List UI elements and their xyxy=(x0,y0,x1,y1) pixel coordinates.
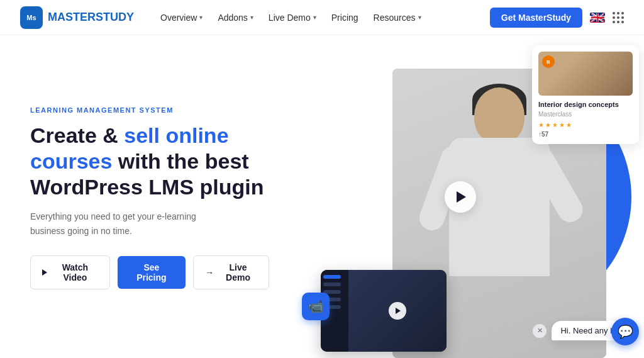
course-card: B Interior design concepts Masterclass ★… xyxy=(532,45,639,144)
logo-text: MASTERSTUDY xyxy=(48,11,134,24)
nav-item-overview[interactable]: Overview ▾ xyxy=(154,9,209,26)
nav-item-addons[interactable]: Addons ▾ xyxy=(211,9,259,26)
chat-close-button[interactable]: ✕ xyxy=(533,324,547,338)
video-camera-icon: 📹 xyxy=(308,299,324,314)
nav-links: Overview ▾ Addons ▾ Live Demo ▾ Pricing … xyxy=(154,9,490,26)
video-panel-content xyxy=(321,270,447,352)
play-icon xyxy=(42,269,47,276)
play-triangle-icon xyxy=(396,308,401,314)
zoom-icon: 📹 xyxy=(302,293,330,320)
chat-open-button[interactable]: 💬 xyxy=(611,318,639,345)
video-mini-play-button[interactable] xyxy=(389,302,406,320)
watch-video-button[interactable]: Watch Video xyxy=(30,255,110,289)
students-count: ↑57 xyxy=(538,131,633,138)
video-content-area xyxy=(348,270,447,352)
nav-item-pricing[interactable]: Pricing xyxy=(325,9,365,26)
navbar: Ms MASTERSTUDY Overview ▾ Addons ▾ Live … xyxy=(0,0,644,35)
tag-line: LEARNING MANAGEMENT SYSTEM xyxy=(30,106,269,114)
get-masterstudy-button[interactable]: Get MasterStudy xyxy=(490,8,582,28)
hero-content: LEARNING MANAGEMENT SYSTEM Create & sell… xyxy=(0,35,289,358)
course-title: Interior design concepts xyxy=(538,101,633,108)
chevron-down-icon: ▾ xyxy=(250,14,253,21)
logo[interactable]: Ms MASTERSTUDY xyxy=(20,6,134,29)
live-demo-button[interactable]: → Live Demo xyxy=(193,255,269,289)
headline: Create & sell online courses with the be… xyxy=(30,123,269,199)
grid-menu-icon[interactable] xyxy=(613,12,624,23)
course-card-image: B xyxy=(538,52,633,96)
play-triangle-icon xyxy=(457,191,466,203)
sidebar-item xyxy=(323,282,341,286)
see-pricing-button[interactable]: See Pricing xyxy=(118,256,186,289)
language-flag-icon[interactable]: 🇬🇧 xyxy=(590,13,605,23)
cta-buttons: Watch Video See Pricing → Live Demo xyxy=(30,255,269,289)
arrow-right-icon: → xyxy=(205,267,214,277)
star-rating: ★ ★ ★ ★ ★ xyxy=(538,121,633,128)
nav-right: Get MasterStudy 🇬🇧 xyxy=(490,8,624,28)
chevron-down-icon: ▾ xyxy=(418,14,421,21)
logo-icon: Ms xyxy=(20,6,43,29)
sidebar-item-active xyxy=(323,275,341,279)
blender-badge-icon: B xyxy=(542,55,555,68)
nav-item-resources[interactable]: Resources ▾ xyxy=(367,9,428,26)
person-head xyxy=(474,87,525,144)
hero-subtext: Everything you need to get your e-learni… xyxy=(30,210,219,238)
hero-section: LEARNING MANAGEMENT SYSTEM Create & sell… xyxy=(0,35,644,358)
course-subtitle: Masterclass xyxy=(538,111,633,118)
hero-visual: B Interior design concepts Masterclass ★… xyxy=(289,35,644,358)
chat-widget: ✕ Hi. Need any help? 💬 xyxy=(533,321,639,340)
video-panel xyxy=(321,270,447,352)
video-play-button[interactable] xyxy=(445,181,476,213)
chevron-down-icon: ▾ xyxy=(199,14,203,21)
nav-item-livedemo[interactable]: Live Demo ▾ xyxy=(262,9,323,26)
chevron-down-icon: ▾ xyxy=(313,14,316,21)
